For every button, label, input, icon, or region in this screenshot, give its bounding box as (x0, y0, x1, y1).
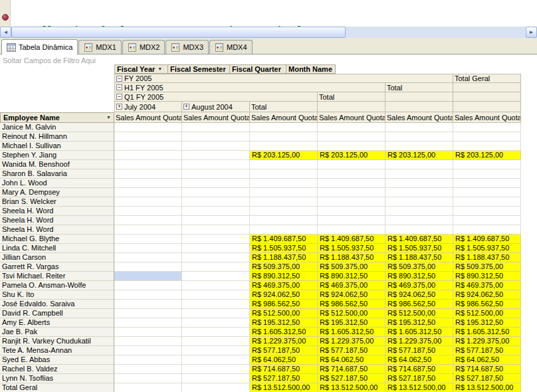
expand-icon[interactable]: + (183, 104, 189, 110)
quota-cell[interactable] (182, 123, 250, 132)
quota-cell[interactable] (318, 142, 385, 151)
employee-name-label[interactable]: Tsvi Michael. Reiter (0, 272, 114, 281)
quota-cell[interactable] (250, 142, 318, 151)
tab-mdx2[interactable]: MDX2 (122, 40, 165, 54)
measure-header[interactable]: Sales Amount Quota (318, 112, 385, 123)
quota-cell[interactable] (318, 188, 385, 197)
quota-cell[interactable] (250, 179, 318, 188)
quota-cell[interactable]: R$ 1.229.375,00 (318, 337, 385, 346)
employee-name-label[interactable]: Garrett R. Vargas (0, 262, 114, 272)
quota-cell[interactable] (318, 132, 385, 142)
header-fy-2005[interactable]: − FY 2005 (114, 74, 453, 83)
quota-cell[interactable] (385, 142, 453, 151)
quota-cell[interactable] (385, 169, 453, 179)
quota-cell[interactable] (182, 244, 250, 253)
dropdown-arrow-icon[interactable]: ▼ (106, 114, 111, 122)
quota-cell[interactable] (182, 355, 250, 365)
quota-cell[interactable] (182, 225, 250, 235)
quota-cell[interactable] (114, 318, 182, 328)
quota-cell[interactable] (182, 188, 250, 197)
quota-cell[interactable] (182, 318, 250, 328)
quota-cell[interactable]: R$ 64.062,50 (250, 355, 318, 365)
scrollbar-thumb[interactable] (11, 27, 346, 38)
header-q1-fy-2005[interactable]: − Q1 FY 2005 (114, 92, 318, 102)
quota-cell[interactable] (453, 160, 521, 169)
grand-total-label[interactable]: Total Geral (0, 383, 114, 392)
quota-cell[interactable] (250, 188, 318, 197)
header-month-total[interactable]: Total (250, 102, 318, 112)
quota-cell[interactable] (182, 235, 250, 244)
quota-cell[interactable] (453, 123, 521, 132)
quota-cell[interactable] (250, 197, 318, 207)
header-total-geral[interactable]: Total Geral (453, 74, 521, 83)
quota-cell[interactable] (182, 179, 250, 188)
breakpoint-icon[interactable] (2, 14, 9, 21)
quota-cell[interactable] (182, 253, 250, 262)
quota-cell[interactable]: R$ 1.409.687,50 (453, 235, 521, 244)
quota-cell[interactable]: R$ 64.062,50 (385, 355, 453, 365)
tab-mdx3[interactable]: MDX3 (165, 40, 209, 54)
collapse-icon[interactable]: − (116, 84, 122, 90)
employee-name-label[interactable]: David R. Campbell (0, 309, 114, 318)
quota-cell[interactable]: R$ 203.125,00 (385, 151, 453, 160)
quota-cell[interactable]: R$ 1.188.437,50 (453, 253, 521, 262)
quota-cell[interactable] (114, 337, 182, 346)
quota-cell[interactable] (385, 225, 453, 235)
quota-cell[interactable] (182, 197, 250, 207)
measure-header[interactable]: Sales Amount Quota (453, 112, 521, 123)
quota-cell[interactable]: R$ 577.187,50 (250, 346, 318, 355)
quota-cell[interactable]: R$ 527.187,50 (318, 374, 385, 383)
quota-cell[interactable]: R$ 469.375,00 (453, 281, 521, 290)
measure-header[interactable]: Sales Amount Quota (385, 112, 453, 123)
quota-cell[interactable] (114, 290, 182, 300)
quota-cell[interactable] (114, 253, 182, 262)
quota-cell[interactable]: R$ 1.229.375,00 (385, 337, 453, 346)
quota-cell[interactable]: R$ 509.375,00 (318, 262, 385, 272)
quota-cell[interactable]: R$ 509.375,00 (250, 262, 318, 272)
scroll-right-button[interactable]: ► (526, 27, 537, 38)
quota-cell[interactable] (182, 346, 250, 355)
quota-cell[interactable] (114, 262, 182, 272)
quota-cell[interactable]: R$ 1.605.312,50 (250, 328, 318, 337)
quota-cell[interactable] (114, 244, 182, 253)
quota-cell[interactable] (250, 225, 318, 235)
measure-header[interactable]: Sales Amount Quota (182, 112, 250, 123)
quota-cell[interactable]: R$ 714.687,50 (385, 365, 453, 374)
quota-cell[interactable] (250, 123, 318, 132)
quota-cell[interactable]: R$ 924.062,50 (250, 290, 318, 300)
quota-cell[interactable] (182, 337, 250, 346)
quota-cell[interactable]: R$ 1.229.375,00 (250, 337, 318, 346)
employee-name-label[interactable]: Lynn N. Tsoflias (0, 374, 114, 383)
quota-cell[interactable]: R$ 527.187,50 (250, 374, 318, 383)
employee-name-label[interactable]: Amy E. Alberts (0, 318, 114, 328)
quota-cell[interactable]: R$ 1.605.312,50 (385, 328, 453, 337)
employee-name-label[interactable]: Pamela O. Ansman-Wolfe (0, 281, 114, 290)
quota-cell[interactable]: R$ 1.409.687,50 (318, 235, 385, 244)
quota-cell[interactable]: R$ 203.125,00 (250, 151, 318, 160)
quota-cell[interactable]: R$ 13.512.500,00 (385, 383, 453, 392)
employee-name-label[interactable]: Reinout N. Hillmann (0, 132, 114, 142)
quota-cell[interactable] (385, 197, 453, 207)
quota-cell[interactable] (114, 160, 182, 169)
quota-cell[interactable] (182, 160, 250, 169)
quota-cell[interactable]: R$ 1.505.937,50 (453, 244, 521, 253)
quota-cell[interactable] (318, 216, 385, 225)
collapse-icon[interactable]: − (116, 76, 122, 82)
column-field-month-name[interactable]: Month Name (286, 64, 336, 74)
header-h1-total[interactable]: Total (385, 83, 453, 92)
quota-cell[interactable] (318, 179, 385, 188)
expand-icon[interactable]: + (116, 104, 122, 110)
quota-cell[interactable]: R$ 1.505.937,50 (318, 244, 385, 253)
quota-cell[interactable]: R$ 577.187,50 (318, 346, 385, 355)
quota-cell[interactable]: R$ 469.375,00 (385, 281, 453, 290)
quota-cell[interactable]: R$ 512.500,00 (318, 309, 385, 318)
quota-cell[interactable] (453, 197, 521, 207)
quota-cell[interactable] (250, 160, 318, 169)
employee-name-label[interactable]: John L. Wood (0, 179, 114, 188)
tab-mdx4[interactable]: MDX4 (209, 40, 253, 54)
quota-cell[interactable] (250, 207, 318, 216)
quota-cell[interactable] (114, 328, 182, 337)
employee-name-label[interactable]: Sheela H. Word (0, 225, 114, 235)
quota-cell[interactable] (385, 216, 453, 225)
quota-cell[interactable]: R$ 1.605.312,50 (318, 328, 385, 337)
